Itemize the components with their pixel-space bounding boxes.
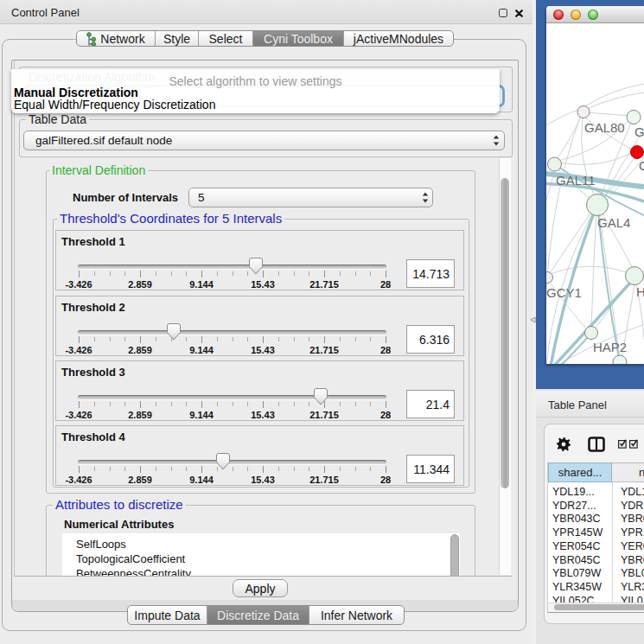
svg-text:C: C (639, 158, 644, 173)
svg-text:GAL80: GAL80 (584, 120, 625, 135)
svg-text:GAL11: GAL11 (556, 173, 596, 188)
svg-text:GAL4: GAL4 (597, 215, 630, 230)
svg-text:GCY1: GCY1 (546, 285, 582, 300)
svg-text:HAP2: HAP2 (593, 340, 627, 354)
svg-text:H: H (636, 284, 644, 299)
svg-text:GA: GA (634, 124, 644, 139)
